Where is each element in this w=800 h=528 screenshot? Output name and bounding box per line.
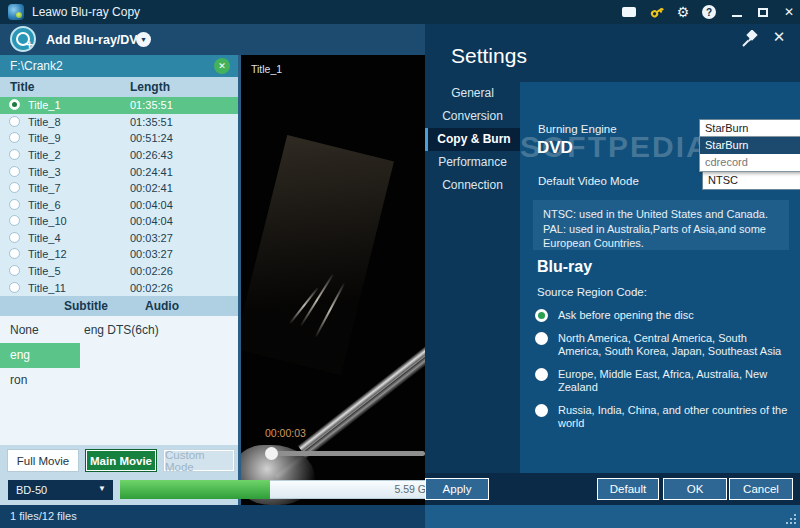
region-radio-icon[interactable]	[535, 309, 548, 322]
disc-type-value: BD-50	[16, 484, 47, 496]
title-radio-icon[interactable]	[9, 166, 20, 177]
resize-grip[interactable]	[784, 512, 796, 524]
files-count: 1 files/12 files	[10, 510, 77, 522]
title-radio-icon[interactable]	[9, 132, 20, 143]
title-name: Title_8	[28, 116, 61, 128]
seek-slider[interactable]	[267, 451, 425, 456]
register-key-icon[interactable]	[648, 3, 666, 21]
status-bar-right	[425, 505, 800, 528]
minimize-button[interactable]	[728, 3, 746, 21]
settings-footer-button[interactable]: Default	[597, 478, 659, 500]
title-radio-icon[interactable]	[9, 265, 20, 276]
title-radio-icon[interactable]	[9, 215, 20, 226]
full-movie-button[interactable]: Full Movie	[8, 450, 78, 471]
region-option[interactable]: Ask before opening the disc	[534, 304, 792, 327]
title-length: 00:51:24	[130, 132, 173, 144]
settings-nav-item[interactable]: Conversion	[425, 105, 520, 128]
title-radio-icon[interactable]	[9, 199, 20, 210]
title-bar: Leawo Blu-ray Copy ⚙ ? ✕	[0, 0, 800, 24]
region-radio-icon[interactable]	[535, 404, 548, 417]
audio-item[interactable]: eng DTS(6ch)	[84, 318, 234, 343]
title-row[interactable]: Title_12 00:03:27	[0, 246, 238, 263]
title-radio-icon[interactable]	[9, 248, 20, 259]
title-row[interactable]: Title_3 00:24:41	[0, 163, 238, 180]
bluray-section-heading: Blu-ray	[537, 258, 592, 276]
title-length: 00:26:43	[130, 149, 173, 161]
ntsc-info: NTSC: used in the United States and Cana…	[543, 207, 779, 221]
video-mode-info-box: NTSC: used in the United States and Cana…	[533, 200, 789, 250]
question-icon: ?	[702, 5, 716, 19]
capacity-fill	[120, 480, 270, 499]
burning-engine-option[interactable]: StarBurn	[700, 137, 800, 154]
add-disc-icon[interactable]	[10, 26, 36, 52]
title-radio-icon[interactable]	[9, 116, 20, 127]
settings-footer-button[interactable]: Apply	[425, 478, 489, 500]
disc-type-select[interactable]: BD-50 ▼	[8, 480, 113, 500]
settings-nav-item[interactable]: Connection	[425, 174, 520, 197]
chat-bubble-icon	[622, 7, 636, 17]
settings-nav-item[interactable]: General	[425, 82, 520, 105]
title-name: Title_6	[28, 199, 61, 211]
audio-header: Audio	[145, 299, 179, 313]
seek-slider-thumb[interactable]	[265, 447, 278, 460]
add-bluray-dvd-button[interactable]: Add Blu-ray/DVD	[46, 33, 147, 47]
title-row[interactable]: Title_9 00:51:24	[0, 130, 238, 147]
maximize-button[interactable]	[754, 3, 772, 21]
title-name: Title_3	[28, 166, 61, 178]
feedback-icon[interactable]	[620, 3, 638, 21]
title-row[interactable]: Title_1 01:35:51	[0, 97, 238, 114]
region-option[interactable]: North America, Central America, South Am…	[534, 327, 792, 363]
settings-footer-button[interactable]: Cancel	[729, 478, 793, 500]
column-title: Title	[10, 80, 34, 94]
burning-engine-value: StarBurn	[705, 122, 748, 134]
title-radio-icon[interactable]	[9, 149, 20, 160]
title-row[interactable]: Title_8 01:35:51	[0, 114, 238, 131]
title-row[interactable]: Title_4 00:03:27	[0, 230, 238, 247]
title-row[interactable]: Title_6 00:04:04	[0, 196, 238, 213]
title-row[interactable]: Title_11 00:02:26	[0, 279, 238, 296]
add-dropdown-button[interactable]: ▼	[136, 32, 151, 47]
video-mode-select[interactable]: NTSC ▼	[703, 172, 800, 189]
title-radio-icon[interactable]	[9, 182, 20, 193]
subtitle-item[interactable]: ron	[0, 368, 80, 393]
title-row[interactable]: Title_5 00:02:26	[0, 263, 238, 280]
settings-nav-item[interactable]: Copy & Burn	[425, 128, 520, 151]
region-option[interactable]: Europe, Middle East, Africa, Australia, …	[534, 363, 792, 399]
copy-mode-bar: Full Movie Main Movie Custom Mode	[0, 445, 238, 475]
title-row[interactable]: Title_10 00:04:04	[0, 213, 238, 230]
title-radio-icon[interactable]	[9, 232, 20, 243]
close-button[interactable]: ✕	[780, 3, 798, 21]
audio-list: eng DTS(6ch)	[84, 318, 234, 343]
settings-close-button[interactable]: ✕	[770, 28, 788, 46]
subtitle-audio-body: None eng ron eng DTS(6ch)	[0, 316, 238, 445]
main-movie-button[interactable]: Main Movie	[86, 450, 156, 471]
title-radio-icon[interactable]	[9, 99, 20, 110]
region-radio-icon[interactable]	[535, 332, 548, 345]
settings-footer-button[interactable]: OK	[663, 478, 727, 500]
settings-panel: Settings ✕ General Conversion Copy & Bur…	[425, 24, 800, 505]
burning-engine-option[interactable]: cdrecord	[700, 154, 800, 171]
title-name: Title_1	[28, 99, 61, 111]
title-name: Title_4	[28, 232, 61, 244]
remove-source-button[interactable]: ✕	[214, 58, 230, 74]
settings-footer: Default OK Cancel Apply	[425, 473, 800, 505]
title-length: 01:35:51	[130, 116, 173, 128]
title-name: Title_12	[28, 248, 67, 260]
preview-title: Title_1	[251, 63, 282, 75]
burning-engine-select[interactable]: StarBurn ▼	[700, 120, 800, 137]
video-preview: Title_1 00:00:03	[238, 55, 425, 505]
region-radio-icon[interactable]	[535, 368, 548, 381]
title-radio-icon[interactable]	[9, 282, 20, 293]
subtitle-item[interactable]: None	[0, 318, 80, 343]
title-row[interactable]: Title_7 00:02:41	[0, 180, 238, 197]
subtitle-audio-header: Subtitle Audio	[0, 296, 238, 316]
region-option[interactable]: Russia, India, China, and other countrie…	[534, 399, 792, 435]
title-row[interactable]: Title_2 00:26:43	[0, 147, 238, 164]
pin-button[interactable]	[740, 30, 758, 48]
subtitle-item[interactable]: eng	[0, 343, 80, 368]
settings-nav-item[interactable]: Performance	[425, 151, 520, 174]
settings-gear-icon[interactable]: ⚙	[674, 3, 692, 21]
help-icon[interactable]: ?	[700, 3, 718, 21]
title-name: Title_2	[28, 149, 61, 161]
region-option-label: Ask before opening the disc	[558, 309, 694, 321]
